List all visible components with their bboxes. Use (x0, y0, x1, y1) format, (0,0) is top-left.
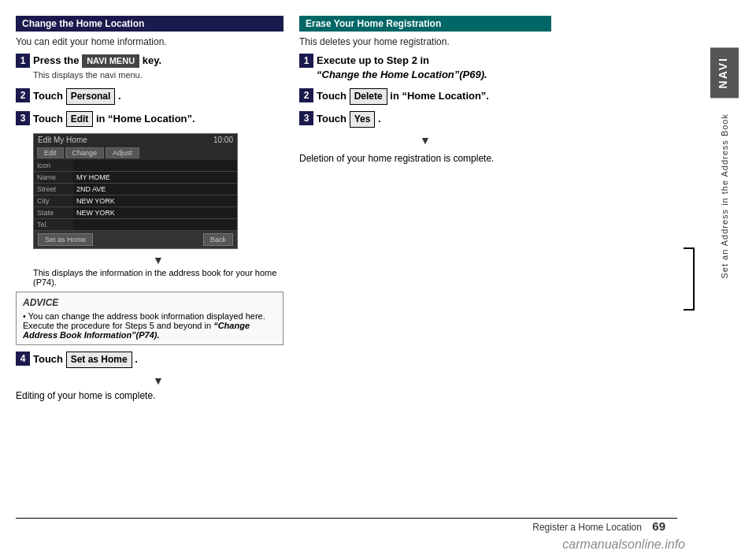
screen-tab-change: Change (65, 147, 105, 158)
left-subtitle: You can edit your home information. (16, 36, 284, 47)
right-step-num-3: 3 (299, 111, 313, 125)
right-step-3: 3 Touch Yes . (299, 111, 551, 128)
right-arrow-down: ▼ (299, 134, 551, 147)
screen-set-home-btn: Set as Home (38, 233, 93, 246)
screen-row-state: State NEW YORK (34, 207, 237, 219)
step-num-3: 3 (16, 111, 30, 125)
bottom-bar (16, 518, 677, 519)
screen-footer: Set as Home Back (34, 231, 237, 248)
advice-title: ADVICE (23, 297, 276, 308)
step-1: 1 Press the NAVI MENU key. This displays… (16, 54, 284, 82)
corner-bracket (684, 247, 695, 311)
screen-caption: This displays the information in the add… (33, 268, 284, 287)
step-1-content: Press the NAVI MENU key. This displays t… (33, 54, 161, 82)
step-4-content: Touch Set as Home . (33, 352, 138, 368)
set-as-home-button: Set as Home (66, 352, 132, 368)
screen-time: 10:00 (213, 136, 233, 144)
left-column: Change the Home Location You can edit yo… (16, 16, 284, 401)
personal-button: Personal (66, 88, 116, 105)
left-section-header: Change the Home Location (16, 16, 284, 32)
step-4: 4 Touch Set as Home . (16, 352, 284, 368)
right-completion: Deletion of your home registration is co… (299, 153, 551, 164)
screen-back-btn: Back (203, 233, 233, 246)
advice-box: ADVICE • You can change the address book… (16, 292, 284, 345)
step-3-content: Touch Edit in “Home Location”. (33, 111, 195, 128)
step-num-1: 1 (16, 54, 30, 68)
step-3: 3 Touch Edit in “Home Location”. (16, 111, 284, 128)
right-step-num-1: 1 (299, 54, 313, 68)
navi-menu-button: NAVI MENU (82, 54, 139, 68)
screen-title: Edit My Home (38, 136, 87, 144)
screen-tabs: Edit Change Adjust (34, 146, 237, 160)
step-num-4: 4 (16, 352, 30, 366)
right-section-header: Erase Your Home Registration (299, 16, 551, 32)
step-1-subtext: This displays the navi menu. (33, 69, 161, 81)
arrow-down-2: ▼ (33, 374, 284, 387)
screen-tab-edit: Edit (37, 147, 64, 158)
advice-text: • You can change the address book inform… (23, 311, 276, 340)
step-2-content: Touch Personal . (33, 88, 121, 105)
navi-tab: NAVI (710, 47, 739, 98)
watermark: carmanualsonline.info (562, 538, 685, 552)
delete-button: Delete (350, 88, 387, 105)
step-2: 2 Touch Personal . (16, 88, 284, 105)
sidebar-section-label: Set an Address in the Address Book (719, 113, 730, 279)
right-sidebar: NAVI Set an Address in the Address Book (693, 0, 756, 536)
screen-row-street: Street 2ND AVE (34, 184, 237, 195)
edit-button: Edit (66, 111, 94, 128)
right-column: Erase Your Home Registration This delete… (299, 16, 551, 401)
right-step-num-2: 2 (299, 88, 313, 102)
right-step-1: 1 Execute up to Step 2 in “Change the Ho… (299, 54, 551, 82)
page-number: 69 (652, 519, 665, 533)
screen-header: Edit My Home 10:00 (34, 134, 237, 146)
yes-button: Yes (350, 111, 376, 128)
right-subtitle: This deletes your home registration. (299, 36, 551, 47)
screen-row-tel: Tel. (34, 219, 237, 231)
screen-tab-adjust: Adjust (106, 147, 139, 158)
footer-label: Register a Home Location 69 (532, 519, 665, 533)
right-step-1-content: Execute up to Step 2 in “Change the Home… (317, 54, 487, 82)
right-step-2-content: Touch Delete in “Home Location”. (317, 88, 489, 105)
screen-row-icon: Icon (34, 160, 237, 172)
step-num-2: 2 (16, 88, 30, 102)
right-step-2: 2 Touch Delete in “Home Location”. (299, 88, 551, 105)
screen-mockup: Edit My Home 10:00 Edit Change Adjust Ic… (33, 133, 238, 249)
right-step-3-content: Touch Yes . (317, 111, 381, 128)
left-completion: Editing of your home is complete. (16, 390, 284, 401)
screen-row-city: City NEW YORK (34, 195, 237, 207)
arrow-down-1: ▼ (33, 254, 284, 266)
screen-row-name: Name MY HOME (34, 172, 237, 184)
